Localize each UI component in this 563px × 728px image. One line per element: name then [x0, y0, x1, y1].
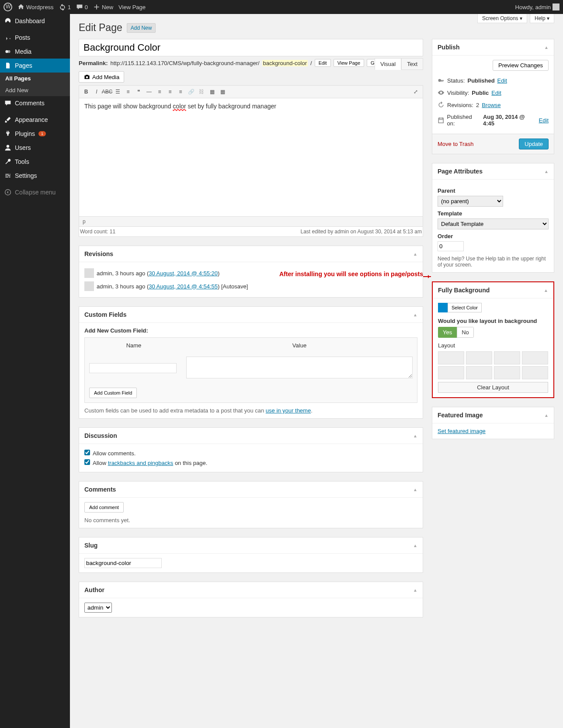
add-custom-field-button[interactable]: Add Custom Field [89, 388, 137, 398]
quote-button[interactable]: ❝ [134, 87, 143, 96]
unlink-button[interactable]: ⛓ [197, 87, 206, 96]
allow-comments-checkbox[interactable] [84, 450, 90, 455]
layout-option[interactable] [438, 351, 464, 364]
clear-layout-button[interactable]: Clear Layout [438, 382, 548, 393]
howdy-user[interactable]: Howdy, admin [515, 3, 560, 10]
align-right-button[interactable]: ≡ [176, 87, 185, 96]
cf-value-input[interactable] [186, 357, 413, 378]
edit-slug-button[interactable]: Edit [315, 59, 331, 67]
revision-link[interactable]: 30 August, 2014 @ 4:55:20 [149, 270, 218, 277]
svg-point-4 [86, 76, 88, 78]
toggle-icon[interactable]: ▲ [544, 45, 549, 50]
sidebar-item-posts[interactable]: Posts [0, 31, 70, 45]
sidebar-item-settings[interactable]: Settings [0, 169, 70, 183]
view-page-link[interactable]: View Page [118, 4, 146, 10]
more-button[interactable]: ▦ [208, 87, 216, 96]
italic-button[interactable]: I [92, 87, 101, 96]
visual-tab[interactable]: Visual [375, 58, 401, 70]
browse-revisions-link[interactable]: Browse [482, 102, 500, 108]
sidebar-item-users[interactable]: Users [0, 141, 70, 155]
collapse-icon [4, 189, 11, 196]
site-name-label: Wordpress [26, 4, 54, 10]
cf-value-header: Value [183, 339, 416, 352]
ol-button[interactable]: ≡ [124, 87, 132, 96]
select-color-button[interactable]: Select Color [448, 303, 482, 312]
submenu-all-pages[interactable]: All Pages [0, 73, 70, 84]
author-select[interactable]: admin [84, 603, 112, 613]
toggle-icon[interactable]: ▲ [544, 413, 549, 418]
svg-point-2 [7, 145, 9, 148]
collapse-menu[interactable]: Collapse menu [0, 185, 70, 199]
strike-button[interactable]: ABC [103, 87, 111, 96]
permalink-base: http://115.112.143.170/CMS/wp/fully-back… [110, 60, 259, 66]
slug-input[interactable] [84, 558, 162, 568]
layout-option[interactable] [466, 351, 492, 364]
toggle-icon[interactable]: ▲ [413, 588, 417, 593]
sidebar-item-media[interactable]: Media [0, 45, 70, 59]
cf-name-input[interactable] [89, 363, 177, 373]
comments-link[interactable]: 0 [76, 3, 88, 10]
sidebar-item-plugins[interactable]: Plugins 1 [0, 127, 70, 141]
wp-logo[interactable] [3, 3, 12, 11]
updates-link[interactable]: 1 [59, 3, 71, 10]
new-link[interactable]: New [93, 3, 113, 10]
toggle-icon[interactable]: ▲ [413, 543, 417, 548]
sidebar-item-comments[interactable]: Comments [0, 96, 70, 110]
view-page-button[interactable]: View Page [334, 59, 364, 67]
layout-option[interactable] [522, 351, 548, 364]
submenu-add-new[interactable]: Add New [0, 84, 70, 96]
help-tab[interactable]: Help ▾ [530, 14, 554, 23]
color-swatch[interactable] [438, 303, 448, 312]
toolbar-toggle-button[interactable]: ▦ [218, 87, 227, 96]
edit-date-link[interactable]: Edit [539, 117, 549, 124]
fullscreen-button[interactable]: ⤢ [411, 87, 420, 96]
sidebar-item-dashboard[interactable]: Dashboard [0, 14, 70, 28]
move-to-trash-link[interactable]: Move to Trash [438, 141, 473, 147]
layout-option[interactable] [522, 366, 548, 379]
editor-content[interactable]: This page will show background color set… [79, 98, 423, 216]
edit-visibility-link[interactable]: Edit [491, 90, 501, 96]
text-tab[interactable]: Text [401, 58, 423, 70]
toggle-icon[interactable]: ▲ [413, 252, 417, 257]
permalink-slug: background-color [262, 60, 308, 66]
add-comment-button[interactable]: Add comment [84, 502, 124, 513]
toggle-icon[interactable]: ▲ [413, 487, 417, 492]
edit-status-link[interactable]: Edit [497, 77, 507, 84]
cf-theme-link[interactable]: use in your theme [266, 407, 311, 414]
sidebar-item-pages[interactable]: Pages [0, 59, 70, 73]
page-title: Edit Page [79, 22, 122, 34]
layout-option[interactable] [466, 366, 492, 379]
post-title-input[interactable] [79, 39, 423, 56]
layout-option[interactable] [494, 351, 520, 364]
preview-button[interactable]: Preview Changes [493, 60, 549, 71]
sidebar-item-tools[interactable]: Tools [0, 155, 70, 169]
set-featured-image-link[interactable]: Set featured image [438, 428, 486, 434]
parent-label: Parent [438, 187, 549, 194]
order-input[interactable] [438, 241, 464, 251]
align-center-button[interactable]: ≡ [166, 87, 174, 96]
hr-button[interactable]: — [145, 87, 153, 96]
link-button[interactable]: 🔗 [187, 87, 195, 96]
align-left-button[interactable]: ≡ [155, 87, 164, 96]
toggle-icon[interactable]: ▲ [544, 169, 549, 174]
allow-trackbacks-checkbox[interactable] [84, 459, 90, 465]
template-select[interactable]: Default Template [438, 218, 549, 229]
parent-select[interactable]: (no parent) [438, 196, 503, 207]
yes-option[interactable]: Yes [438, 327, 457, 338]
screen-options-tab[interactable]: Screen Options ▾ [477, 14, 527, 23]
layout-option[interactable] [494, 366, 520, 379]
trackbacks-link[interactable]: trackbacks and pingbacks [108, 460, 174, 466]
toggle-icon[interactable]: ▲ [544, 288, 548, 293]
layout-option[interactable] [438, 366, 464, 379]
add-media-button[interactable]: Add Media [79, 71, 124, 83]
toggle-icon[interactable]: ▲ [413, 312, 417, 317]
toggle-icon[interactable]: ▲ [413, 433, 417, 438]
add-new-button[interactable]: Add New [127, 23, 156, 33]
sidebar-item-appearance[interactable]: Appearance [0, 113, 70, 127]
site-name[interactable]: Wordpress [17, 3, 54, 10]
no-option[interactable]: No [457, 327, 474, 338]
revision-link[interactable]: 30 August, 2014 @ 4:54:55 [149, 283, 218, 290]
ul-button[interactable]: ☰ [113, 87, 122, 96]
update-button[interactable]: Update [519, 139, 549, 149]
bold-button[interactable]: B [82, 87, 90, 96]
